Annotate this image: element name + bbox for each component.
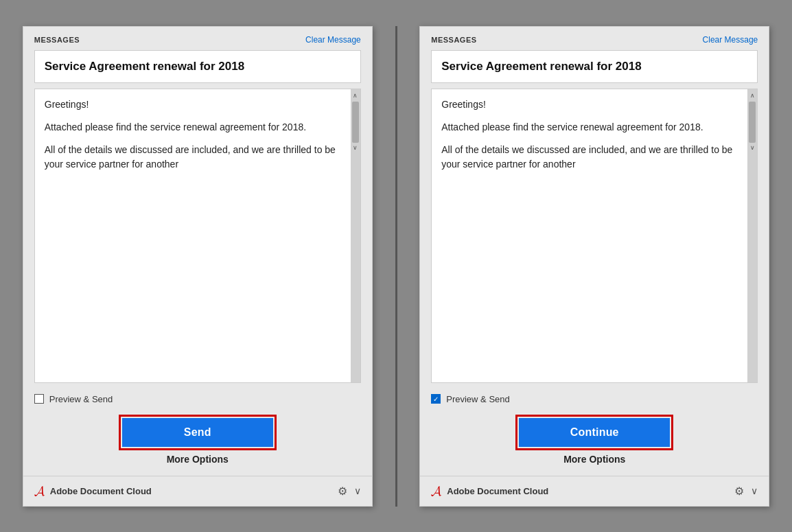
panel1-button-area: Send More Options <box>23 410 372 476</box>
panel2-continue-button[interactable]: Continue <box>519 418 670 447</box>
panel2-checkmark-icon: ✓ <box>433 395 439 403</box>
panel2-preview-send-label: Preview & Send <box>446 394 510 404</box>
panel1-para2: All of the details we discussed are incl… <box>45 143 341 172</box>
panel2-gear-icon[interactable]: ⚙ <box>734 485 744 498</box>
panel1-greeting: Greetings! <box>45 97 341 112</box>
panel2-body-text: Greetings! Attached please find the serv… <box>432 89 747 382</box>
panel2-scroll-up-icon[interactable]: ∧ <box>748 91 756 100</box>
panel1-messages-label: MESSAGES <box>34 36 80 44</box>
panel1-scroll-up-icon[interactable]: ∧ <box>351 91 360 100</box>
panel2-para1: Attached please find the service renewal… <box>441 120 738 135</box>
panel2-footer: 𝓐 Adobe Document Cloud ⚙ ∨ <box>420 476 769 506</box>
panel2-para2: All of the details we discussed are incl… <box>441 143 738 172</box>
panel1-wrapper: MESSAGES Clear Message Service Agreement… <box>0 0 395 532</box>
panel1: MESSAGES Clear Message Service Agreement… <box>23 26 373 507</box>
panel2-footer-left: 𝓐 Adobe Document Cloud <box>431 483 548 499</box>
panel2-scrollbar[interactable]: ∧ ∨ <box>747 89 757 382</box>
panel2-messages-label: MESSAGES <box>431 36 476 44</box>
panel1-preview-send-row: Preview & Send <box>23 389 372 410</box>
panel1-footer-right: ⚙ ∨ <box>338 485 361 498</box>
panel2-preview-send-checkbox[interactable]: ✓ <box>431 394 441 404</box>
panel1-scrollbar[interactable]: ∧ ∨ <box>351 89 360 382</box>
panels-container: MESSAGES Clear Message Service Agreement… <box>0 0 792 532</box>
panel1-footer-brand: Adobe Document Cloud <box>50 486 152 496</box>
panel2-button-area: Continue More Options <box>420 410 769 476</box>
panel2-footer-right: ⚙ ∨ <box>734 485 758 498</box>
panel2-wrapper: MESSAGES Clear Message Service Agreement… <box>397 0 793 532</box>
panel2-more-options-link[interactable]: More Options <box>563 454 625 465</box>
panel1-header: MESSAGES Clear Message <box>23 27 372 50</box>
panel1-footer: 𝓐 Adobe Document Cloud ⚙ ∨ <box>23 476 372 506</box>
panel2-clear-message-link[interactable]: Clear Message <box>703 35 758 45</box>
panel1-para1: Attached please find the service renewal… <box>45 120 341 135</box>
panel2: MESSAGES Clear Message Service Agreement… <box>419 26 769 507</box>
panel1-scrollbar-thumb[interactable] <box>352 102 359 143</box>
panel2-footer-brand: Adobe Document Cloud <box>447 486 548 496</box>
panel1-scroll-down-icon[interactable]: ∨ <box>351 143 360 152</box>
panel1-preview-send-checkbox[interactable] <box>34 394 44 404</box>
panel1-adobe-logo-icon: 𝓐 <box>34 483 45 499</box>
panel2-subject: Service Agreement renewal for 2018 <box>431 50 758 83</box>
panel1-preview-send-label: Preview & Send <box>49 394 113 404</box>
panel2-chevron-down-icon[interactable]: ∨ <box>751 485 758 496</box>
panel2-body-container: Greetings! Attached please find the serv… <box>431 89 758 383</box>
panel1-chevron-down-icon[interactable]: ∨ <box>354 485 361 496</box>
panel1-gear-icon[interactable]: ⚙ <box>338 485 347 498</box>
panel2-greeting: Greetings! <box>441 97 738 112</box>
panel1-send-button[interactable]: Send <box>122 418 273 447</box>
panel2-preview-send-row: ✓ Preview & Send <box>420 389 769 410</box>
panel1-clear-message-link[interactable]: Clear Message <box>305 35 361 45</box>
panel2-scroll-down-icon[interactable]: ∨ <box>748 143 756 152</box>
panel1-body-text: Greetings! Attached please find the serv… <box>35 89 351 382</box>
panel1-body-container: Greetings! Attached please find the serv… <box>34 89 361 383</box>
panel2-adobe-logo-icon: 𝓐 <box>431 483 441 499</box>
panel1-more-options-link[interactable]: More Options <box>167 454 229 465</box>
panel2-scrollbar-thumb[interactable] <box>749 102 756 143</box>
panel1-footer-left: 𝓐 Adobe Document Cloud <box>34 483 152 499</box>
panel1-subject: Service Agreement renewal for 2018 <box>34 50 361 83</box>
panel2-header: MESSAGES Clear Message <box>420 27 769 50</box>
